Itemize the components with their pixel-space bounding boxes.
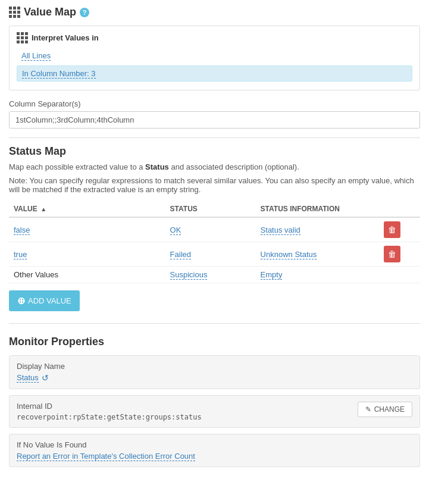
internal-id-block: Internal ID recoverpoint:rpState:getStat… xyxy=(9,395,420,428)
section-divider-2 xyxy=(9,323,420,324)
all-lines-link[interactable]: All Lines xyxy=(21,51,51,61)
internal-id-label: Internal ID xyxy=(17,402,202,411)
row-value-false: false xyxy=(9,217,165,242)
col-header-status: STATUS xyxy=(165,201,256,217)
display-name-label: Display Name xyxy=(17,362,412,371)
col-header-action xyxy=(379,201,420,217)
desc-prefix: Map each possible extracted value to a xyxy=(9,162,145,171)
other-values-label: Other Values xyxy=(14,270,58,279)
grid-icon xyxy=(9,7,20,18)
change-button-label: CHANGE xyxy=(374,405,405,414)
value-link-false[interactable]: false xyxy=(14,226,30,235)
if-no-value-label: If No Value Is Found xyxy=(17,440,412,449)
value-link-true[interactable]: true xyxy=(14,250,27,259)
interpret-column-3[interactable]: In Column Number: 3 xyxy=(17,65,412,82)
col-header-value: VALUE ▲ xyxy=(9,201,165,217)
row-status-failed: Failed xyxy=(165,242,256,267)
status-map-title: Status Map xyxy=(9,145,420,158)
delete-button-row-1[interactable]: 🗑 xyxy=(384,221,400,238)
info-link-unknown[interactable]: Unknown Status xyxy=(261,250,317,259)
status-table: VALUE ▲ STATUS STATUS INFORMATION false … xyxy=(9,201,420,283)
row-info-unknown: Unknown Status xyxy=(256,242,379,267)
row-status-ok: OK xyxy=(165,217,256,242)
table-row: true Failed Unknown Status 🗑 xyxy=(9,242,420,267)
internal-id-row: Internal ID recoverpoint:rpState:getStat… xyxy=(17,402,412,421)
interpret-values-title: Interpret Values in xyxy=(17,32,412,43)
display-name-block: Display Name Status ↺ xyxy=(9,355,420,389)
row-info-valid: Status valid xyxy=(256,217,379,242)
desc-suffix: and associated description (optional). xyxy=(169,162,299,171)
display-name-value: Status ↺ xyxy=(17,373,412,383)
edit-icon: ✎ xyxy=(365,405,371,414)
status-link-suspicious[interactable]: Suspicious xyxy=(170,270,208,280)
internal-id-content: Internal ID recoverpoint:rpState:getStat… xyxy=(17,402,202,421)
row-value-other: Other Values xyxy=(9,267,165,283)
row-action-3 xyxy=(379,267,420,283)
status-map-desc: Map each possible extracted value to a S… xyxy=(9,162,420,171)
column-separator-input[interactable] xyxy=(9,111,420,129)
add-value-label: ADD VALUE xyxy=(28,296,71,305)
internal-id-value: recoverpoint:rpState:getState:groups:sta… xyxy=(17,413,202,421)
monitor-properties-section: Monitor Properties Display Name Status ↺… xyxy=(9,336,420,467)
interpret-values-label: Interpret Values in xyxy=(32,33,99,42)
sort-icon: ▲ xyxy=(40,206,46,212)
row-value-true: true xyxy=(9,242,165,267)
monitor-properties-title: Monitor Properties xyxy=(9,336,420,348)
status-map-note: Note: You can specify regular expression… xyxy=(9,176,420,194)
add-value-button[interactable]: ⊕ ADD VALUE xyxy=(9,290,80,311)
status-link-ok[interactable]: OK xyxy=(170,226,181,235)
display-name-link[interactable]: Status xyxy=(17,373,39,383)
refresh-icon[interactable]: ↺ xyxy=(42,373,49,383)
page-title: Value Map xyxy=(24,6,76,18)
help-icon[interactable]: ? xyxy=(80,8,89,17)
info-link-empty[interactable]: Empty xyxy=(261,270,283,280)
row-info-empty: Empty xyxy=(256,267,379,283)
col-header-info: STATUS INFORMATION xyxy=(256,201,379,217)
if-no-value-link[interactable]: Report an Error in Template's Collection… xyxy=(17,452,195,461)
desc-bold: Status xyxy=(145,162,169,171)
interpret-values-section: Interpret Values in All Lines In Column … xyxy=(9,26,420,90)
delete-button-row-2[interactable]: 🗑 xyxy=(384,246,400,262)
value-map-header: Value Map ? xyxy=(9,6,420,18)
interpret-all-lines[interactable]: All Lines xyxy=(17,48,412,63)
status-map-section: Status Map Map each possible extracted v… xyxy=(9,145,420,311)
column-separator-label: Column Separator(s) xyxy=(9,99,420,108)
table-row: Other Values Suspicious Empty xyxy=(9,267,420,283)
interpret-grid-icon xyxy=(17,32,28,43)
section-divider xyxy=(9,137,420,138)
info-link-valid[interactable]: Status valid xyxy=(261,226,300,235)
plus-icon: ⊕ xyxy=(17,295,25,306)
change-button[interactable]: ✎ CHANGE xyxy=(358,402,412,417)
column-3-link[interactable]: In Column Number: 3 xyxy=(22,69,96,79)
table-row: false OK Status valid 🗑 xyxy=(9,217,420,242)
status-link-failed[interactable]: Failed xyxy=(170,250,191,259)
row-action-2: 🗑 xyxy=(379,242,420,267)
row-status-suspicious: Suspicious xyxy=(165,267,256,283)
if-no-value-block: If No Value Is Found Report an Error in … xyxy=(9,434,420,467)
column-separator-group: Column Separator(s) xyxy=(9,99,420,129)
row-action-1: 🗑 xyxy=(379,217,420,242)
